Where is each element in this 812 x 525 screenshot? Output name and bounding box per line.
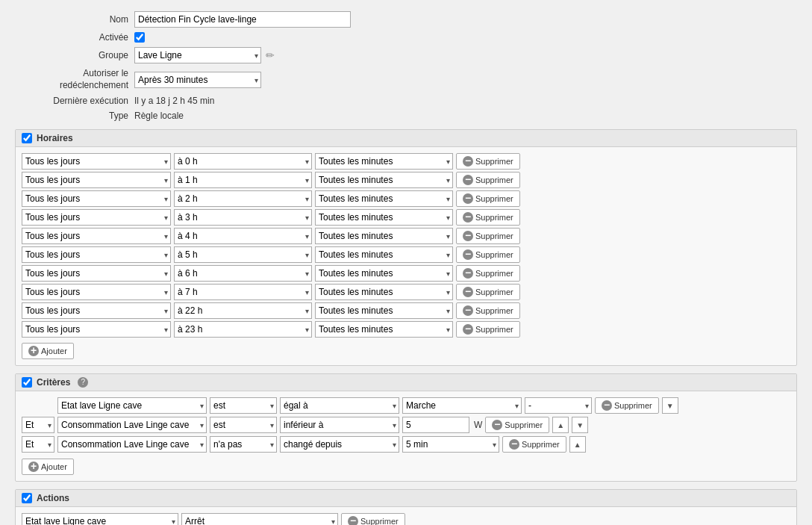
day-select-1[interactable]: Tous les jours: [22, 172, 171, 188]
freq-select-0[interactable]: Toutes les minutes: [315, 153, 453, 170]
minus-icon-8: −: [463, 305, 473, 316]
delete-schedule-4[interactable]: −Supprimer: [456, 228, 520, 244]
hour-select-1[interactable]: à 1 h: [174, 172, 312, 188]
day-select-2[interactable]: Tous les jours: [22, 190, 171, 207]
delete-action-0[interactable]: −Supprimer: [341, 513, 405, 525]
freq-select-5[interactable]: Toutes les minutes: [315, 246, 453, 263]
groupe-select[interactable]: Lave Ligne: [134, 47, 261, 63]
freq-select-6[interactable]: Toutes les minutes: [315, 265, 453, 282]
minus-icon-5: −: [463, 249, 473, 260]
add-critere-button[interactable]: + Ajouter: [22, 459, 74, 475]
nom-input[interactable]: [134, 11, 351, 28]
criteria-operator-2[interactable]: n'a pas: [210, 436, 277, 453]
hour-select-8[interactable]: à 22 h: [174, 302, 312, 319]
arrow-down-criteria-0[interactable]: ▼: [662, 397, 678, 414]
actions-checkbox[interactable]: [22, 493, 32, 503]
day-select-9[interactable]: Tous les jours: [22, 321, 171, 338]
criteria-field-2[interactable]: Consommation Lave Linge cave: [57, 436, 207, 453]
minus-icon-criteria-0: −: [602, 400, 612, 411]
arrow-up-criteria-1[interactable]: ▲: [552, 417, 569, 433]
criteres-content: Etat lave Ligne cave est égal à Marche -…: [16, 391, 796, 481]
w-label-1: W: [474, 420, 482, 430]
freq-select-7[interactable]: Toutes les minutes: [315, 284, 453, 300]
criteres-header: Critères ?: [16, 374, 796, 391]
criteria-value-2[interactable]: 5 min: [402, 436, 499, 453]
criteria-field-0[interactable]: Etat lave Ligne cave: [57, 397, 207, 414]
day-select-8[interactable]: Tous les jours: [22, 302, 171, 319]
criteria-value-0[interactable]: Marche: [402, 397, 522, 414]
horaires-checkbox[interactable]: [22, 133, 32, 143]
freq-select-8[interactable]: Toutes les minutes: [315, 302, 453, 319]
autoriser-select[interactable]: Après 30 minutes: [134, 72, 261, 88]
horaires-header: Horaires: [16, 130, 796, 147]
delete-schedule-2[interactable]: −Supprimer: [456, 190, 520, 207]
day-select-7[interactable]: Tous les jours: [22, 284, 171, 300]
day-select-0[interactable]: Tous les jours: [22, 153, 171, 170]
delete-criteria-1[interactable]: −Supprimer: [485, 417, 549, 433]
actions-panel: Actions Etat lave Ligne cave Arrêt −Supp…: [15, 489, 797, 525]
criteria-operator-1[interactable]: est: [210, 417, 277, 433]
delete-criteria-2[interactable]: −Supprimer: [502, 436, 566, 453]
delete-schedule-7[interactable]: −Supprimer: [456, 284, 520, 300]
form-section: Nom Activée Groupe Lave Ligne ✏ Autorise…: [15, 7, 797, 129]
criteres-checkbox[interactable]: [22, 377, 32, 388]
freq-select-2[interactable]: Toutes les minutes: [315, 190, 453, 207]
arrow-down-criteria-1[interactable]: ▼: [572, 417, 588, 433]
minus-icon-3: −: [463, 212, 473, 223]
schedule-row-8: Tous les jours à 22 h Toutes les minutes…: [22, 302, 790, 319]
hour-select-6[interactable]: à 6 h: [174, 265, 312, 282]
add-horaire-button[interactable]: + Ajouter: [22, 343, 74, 359]
freq-select-3[interactable]: Toutes les minutes: [315, 209, 453, 226]
minus-icon-2: −: [463, 193, 473, 204]
day-select-6[interactable]: Tous les jours: [22, 265, 171, 282]
delete-schedule-6[interactable]: −Supprimer: [456, 265, 520, 282]
hour-select-0[interactable]: à 0 h: [174, 153, 312, 170]
delete-schedule-1[interactable]: −Supprimer: [456, 172, 520, 188]
criteria-connector-1[interactable]: Et: [22, 417, 54, 433]
derniere-value: Il y a 18 j 2 h 45 min: [134, 96, 214, 106]
criteria-value-input-1[interactable]: [402, 417, 469, 433]
freq-select-1[interactable]: Toutes les minutes: [315, 172, 453, 188]
activee-label: Activée: [15, 32, 134, 43]
autoriser-row: Autoriser le redéclenchement Après 30 mi…: [15, 68, 797, 91]
action-field-0[interactable]: Etat lave Ligne cave: [22, 513, 178, 525]
derniere-label: Dernière exécution: [15, 96, 134, 106]
criteria-condition-1[interactable]: inférieur à: [280, 417, 399, 433]
action-row-0: Etat lave Ligne cave Arrêt −Supprimer: [22, 513, 790, 525]
hour-select-7[interactable]: à 7 h: [174, 284, 312, 300]
action-value-0[interactable]: Arrêt: [181, 513, 338, 525]
delete-schedule-8[interactable]: −Supprimer: [456, 302, 520, 319]
activee-checkbox[interactable]: [134, 32, 145, 43]
hour-select-4[interactable]: à 4 h: [174, 228, 312, 244]
criteres-help-icon[interactable]: ?: [78, 377, 88, 388]
criteria-operator-0[interactable]: est: [210, 397, 277, 414]
delete-schedule-9[interactable]: −Supprimer: [456, 321, 520, 338]
horaires-title: Horaires: [37, 133, 73, 143]
minus-icon-6: −: [463, 268, 473, 279]
plus-icon-horaire: +: [28, 346, 39, 356]
minus-icon-4: −: [463, 231, 473, 241]
criteria-condition-0[interactable]: égal à: [280, 397, 399, 414]
delete-schedule-5[interactable]: −Supprimer: [456, 246, 520, 263]
day-select-4[interactable]: Tous les jours: [22, 228, 171, 244]
hour-select-5[interactable]: à 5 h: [174, 246, 312, 263]
criteria-condition-2[interactable]: changé depuis: [280, 436, 399, 453]
criteria-field-1[interactable]: Consommation Lave Linge cave: [57, 417, 207, 433]
freq-select-9[interactable]: Toutes les minutes: [315, 321, 453, 338]
schedule-row-7: Tous les jours à 7 h Toutes les minutes …: [22, 284, 790, 300]
arrow-up-criteria-2[interactable]: ▲: [569, 436, 586, 453]
hour-select-9[interactable]: à 23 h: [174, 321, 312, 338]
type-value: Règle locale: [134, 111, 184, 121]
hour-select-3[interactable]: à 3 h: [174, 209, 312, 226]
day-select-3[interactable]: Tous les jours: [22, 209, 171, 226]
delete-criteria-0[interactable]: −Supprimer: [595, 397, 659, 414]
freq-select-4[interactable]: Toutes les minutes: [315, 228, 453, 244]
hour-select-2[interactable]: à 2 h: [174, 190, 312, 207]
criteria-extra-0[interactable]: -: [525, 397, 592, 414]
day-select-5[interactable]: Tous les jours: [22, 246, 171, 263]
delete-schedule-0[interactable]: −Supprimer: [456, 153, 520, 170]
groupe-edit-icon[interactable]: ✏: [266, 49, 275, 61]
delete-schedule-3[interactable]: −Supprimer: [456, 209, 520, 226]
criteria-connector-2[interactable]: Et: [22, 436, 54, 453]
schedule-row-5: Tous les jours à 5 h Toutes les minutes …: [22, 246, 790, 263]
